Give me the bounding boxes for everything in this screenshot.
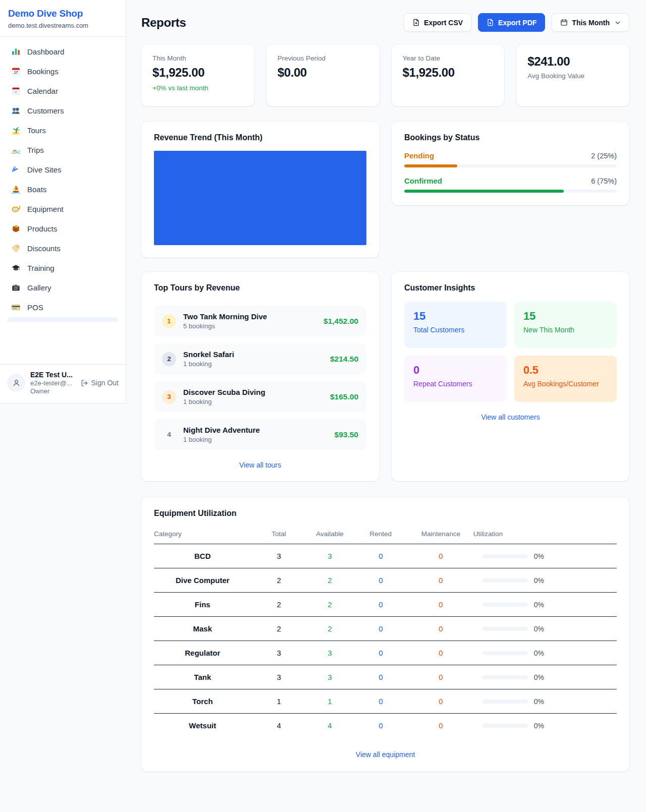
equipment-table: Category Total Available Rented Maintena… xyxy=(154,525,617,737)
sidebar-item-calendar[interactable]: Calendar xyxy=(4,81,122,101)
equipment-category: Mask xyxy=(154,617,251,641)
sidebar-item-dive-sites[interactable]: Dive Sites xyxy=(4,160,122,180)
brand-name[interactable]: Demo Dive Shop xyxy=(8,8,118,19)
column-header: Category xyxy=(154,525,251,544)
stat-label: Previous Period xyxy=(278,54,368,62)
column-header: Maintenance xyxy=(408,525,473,544)
sidebar-item-label: Training xyxy=(27,264,55,272)
utilization-bar-track xyxy=(482,724,528,728)
equipment-category: BCD xyxy=(154,544,251,568)
rank-badge: 2 xyxy=(162,352,176,366)
sidebar: Demo Dive Shop demo.test.divestreams.com… xyxy=(0,0,126,403)
stats-row: This Month $1,925.00 +0% vs last month P… xyxy=(141,44,629,106)
bookings-by-status-card: Bookings by Status Pending 2 (25%) Confi… xyxy=(392,122,629,205)
sidebar-item-trips[interactable]: Trips xyxy=(4,140,122,160)
calendar-icon xyxy=(11,86,21,96)
file-download-icon xyxy=(412,19,420,26)
brand-domain: demo.test.divestreams.com xyxy=(8,22,118,29)
insight-label: Repeat Customers xyxy=(413,380,498,388)
table-row: BCD 3 3 0 0 0% xyxy=(154,544,617,568)
equipment-utilization-title: Equipment Utilization xyxy=(154,509,617,518)
tour-row[interactable]: 3 Discover Scuba Diving 1 booking $165.0… xyxy=(154,381,366,412)
equipment-table-body: BCD 3 3 0 0 0% Dive Computer 2 2 0 0 0% … xyxy=(154,544,617,738)
sidebar-item-tours[interactable]: Tours xyxy=(4,121,122,140)
tour-row[interactable]: 4 Night Dive Adventure 1 booking $93.50 xyxy=(154,419,366,450)
sidebar-item-dashboard[interactable]: Dashboard xyxy=(4,42,122,62)
table-row: Dive Computer 2 2 0 0 0% xyxy=(154,568,617,593)
equipment-category: Wetsuit xyxy=(154,714,251,738)
view-all-equipment-link[interactable]: View all equipment xyxy=(154,750,617,759)
utilization-bar-track xyxy=(482,700,528,704)
sidebar-item-products[interactable]: Products xyxy=(4,219,122,239)
tour-bookings: 5 bookings xyxy=(183,322,316,330)
sidebar-item-discounts[interactable]: Discounts xyxy=(4,239,122,258)
export-csv-button[interactable]: Export CSV xyxy=(404,13,471,32)
file-download-icon xyxy=(487,19,494,26)
equipment-category: Tank xyxy=(154,665,251,689)
equipment-total: 2 xyxy=(251,568,307,593)
utilization-percent: 0% xyxy=(534,698,544,706)
equipment-maintenance: 0 xyxy=(408,689,473,714)
insight-tile-avg-bookings: 0.5 Avg Bookings/Customer xyxy=(514,356,617,402)
sign-out-button[interactable]: Sign Out xyxy=(81,379,119,387)
utilization-bar-track xyxy=(482,675,528,679)
sidebar-item-boats[interactable]: Boats xyxy=(4,180,122,199)
equipment-total: 3 xyxy=(251,665,307,689)
period-dropdown[interactable]: This Month xyxy=(552,13,629,32)
sidebar-item-label: Dashboard xyxy=(27,47,64,56)
equipment-rented: 0 xyxy=(353,568,408,593)
page-header: Reports Export CSV Export PDF This Month xyxy=(141,13,629,32)
tour-row[interactable]: 1 Two Tank Morning Dive 5 bookings $1,45… xyxy=(154,306,366,336)
header-actions: Export CSV Export PDF This Month xyxy=(404,13,629,32)
stat-card-this-month: This Month $1,925.00 +0% vs last month xyxy=(141,44,254,106)
tour-row[interactable]: 2 Snorkel Safari 1 booking $214.50 xyxy=(154,343,366,374)
column-header: Total xyxy=(251,525,307,544)
svg-text:17: 17 xyxy=(14,70,18,75)
sidebar-item-label: Gallery xyxy=(27,283,51,292)
export-csv-label: Export CSV xyxy=(424,19,463,27)
sidebar-item-customers[interactable]: Customers xyxy=(4,101,122,121)
status-row-confirmed: Confirmed 6 (75%) xyxy=(404,177,617,193)
utilization-percent: 0% xyxy=(534,552,544,560)
equipment-total: 3 xyxy=(251,641,307,665)
equipment-available: 3 xyxy=(307,544,353,568)
dashboard-icon xyxy=(11,47,21,56)
table-row: Torch 1 1 0 0 0% xyxy=(154,689,617,714)
utilization-bar-track xyxy=(482,651,528,655)
utilization-bar-track xyxy=(482,578,528,583)
view-all-tours-link[interactable]: View all tours xyxy=(154,461,366,469)
rank-badge: 1 xyxy=(162,314,176,328)
period-label: This Month xyxy=(572,19,610,27)
sidebar-item-bookings[interactable]: 17 Bookings xyxy=(4,62,122,81)
status-bar-track xyxy=(404,164,617,167)
user-info: E2E Test U... e2e-tester@... Owner xyxy=(30,371,73,395)
insight-tile-new-this-month: 15 New This Month xyxy=(514,302,617,348)
products-icon xyxy=(11,224,21,234)
sidebar-item-reports-partial[interactable] xyxy=(7,317,119,322)
stat-label: Avg Booking Value xyxy=(527,72,618,80)
sidebar-item-label: Boats xyxy=(27,185,46,194)
stat-label: Year to Date xyxy=(403,54,494,62)
equipment-available: 2 xyxy=(307,568,353,593)
equipment-rented: 0 xyxy=(353,714,408,738)
sidebar-item-pos[interactable]: POS xyxy=(4,298,122,317)
stat-card-previous-period: Previous Period $0.00 xyxy=(266,44,380,106)
view-all-customers-link[interactable]: View all customers xyxy=(404,413,617,421)
status-bar-fill xyxy=(404,164,457,167)
insight-grid: 15 Total Customers 15 New This Month 0 R… xyxy=(404,302,617,402)
user-role: Owner xyxy=(30,387,73,395)
utilization-percent: 0% xyxy=(534,649,544,657)
dive-sites-icon xyxy=(11,165,21,175)
sidebar-item-gallery[interactable]: Gallery xyxy=(4,278,122,298)
tour-bookings: 1 booking xyxy=(183,360,323,368)
stat-label: This Month xyxy=(152,54,243,62)
tour-name: Snorkel Safari xyxy=(183,350,323,359)
export-pdf-button[interactable]: Export PDF xyxy=(478,13,545,32)
equipment-rented: 0 xyxy=(353,641,408,665)
sidebar-item-training[interactable]: Training xyxy=(4,258,122,278)
user-name: E2E Test U... xyxy=(30,371,73,379)
gallery-icon xyxy=(11,283,21,293)
sidebar-item-label: Bookings xyxy=(27,67,59,76)
sidebar-item-equipment[interactable]: Equipment xyxy=(4,199,122,219)
status-label: Pending xyxy=(404,151,434,160)
